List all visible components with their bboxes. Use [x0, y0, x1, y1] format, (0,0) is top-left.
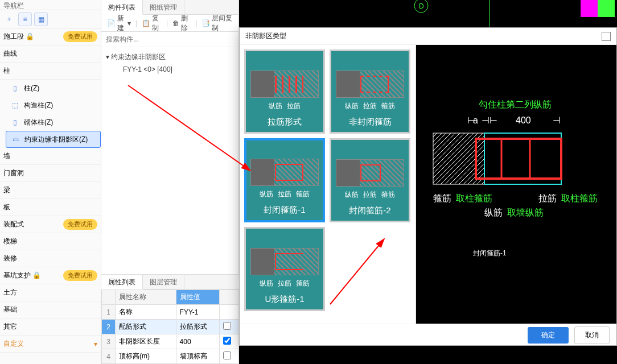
svg-text:取墙纵筋: 取墙纵筋 [507, 208, 544, 217]
svg-text:取柱箍筋: 取柱箍筋 [561, 193, 598, 203]
svg-text:400: 400 [516, 115, 531, 125]
nav-item-found[interactable]: 基础 [0, 301, 101, 318]
nav-item-beam[interactable]: 梁 [0, 182, 101, 199]
column-icon: ⬚ [10, 101, 19, 110]
nav-item-column[interactable]: 柱 [0, 63, 101, 80]
nav-item-earth[interactable]: 土方 [0, 284, 101, 301]
svg-rect-3 [581, 0, 598, 17]
property-panel: 属性列表 图层管理 属性名称属性值 1名称FYY-1 2配筋形式拉筋形式 3非阴… [101, 274, 239, 364]
svg-text:箍筋: 箍筋 [433, 193, 451, 203]
tree-leaf[interactable]: FYY-1 <0> [400] [106, 64, 234, 75]
list-icon[interactable]: ≡ [18, 13, 32, 26]
nav-sub-col-qt[interactable]: ▯砌体柱(Z) [6, 114, 101, 131]
nav-item-construction[interactable]: 施工段 🔒 免费试用 [0, 28, 101, 46]
nav-item-door[interactable]: 门窗洞 [0, 165, 101, 182]
nav-column-children: ▯柱(Z) ⬚构造柱(Z) ▯砌体柱(Z) ▭约束边缘非阴影区(Z) [0, 80, 101, 148]
component-tree: ▾ 约束边缘非阴影区 FYY-1 <0> [400] [101, 47, 238, 78]
svg-text:封闭箍筋-1: 封闭箍筋-1 [473, 249, 507, 257]
nav-item-wall[interactable]: 墙 [0, 148, 101, 165]
tab-attributes[interactable]: 属性列表 [101, 275, 143, 289]
nav-item-axis[interactable]: 曲线 [0, 46, 101, 63]
checkbox[interactable] [223, 351, 231, 359]
type-card[interactable]: 纵筋拉筋箍筋 U形箍筋-1 [244, 227, 325, 311]
type-card-grid: 纵筋拉筋 拉筋形式 纵筋拉筋箍筋 非封闭箍筋 纵筋拉筋箍筋 封闭箍筋-1 纵筋拉… [240, 45, 416, 324]
svg-rect-13 [476, 139, 561, 179]
nav-title: 导航栏 [0, 0, 101, 10]
type-card[interactable]: 纵筋拉筋箍筋 非封闭箍筋 [330, 49, 410, 134]
layer-copy-button[interactable]: 📑层间复制 [199, 13, 235, 34]
svg-text:纵筋: 纵筋 [484, 208, 503, 217]
type-card-selected[interactable]: 纵筋拉筋箍筋 封闭箍筋-1 [244, 138, 325, 222]
nav-item-pit[interactable]: 基坑支护 🔒免费试用 [0, 267, 101, 284]
new-button[interactable]: 📄新建 ▾ [105, 13, 133, 34]
preview-pane: 勾住柱第二列纵筋 ⊢a⊣⊢ 400⊣ 箍筋 取柱箍筋 拉筋 取柱箍筋 纵筋 取墙… [416, 45, 616, 324]
type-dialog: 非阴影区类型 纵筋拉筋 拉筋形式 纵筋拉筋箍筋 非封闭箍筋 纵筋拉筋箍筋 封闭箍… [239, 27, 617, 346]
svg-text:取柱箍筋: 取柱箍筋 [456, 193, 492, 203]
prop-tabs: 属性列表 图层管理 [101, 275, 239, 289]
nav-sub-col-gz[interactable]: ⬚构造柱(Z) [6, 97, 101, 114]
svg-text:D: D [419, 2, 424, 10]
nav-item-custom[interactable]: 自定义▾ [0, 336, 101, 353]
component-toolbar: 📄新建 ▾| 📋复制| 🗑删除| 📑层间复制 [101, 15, 238, 32]
col-val: 属性值 [176, 290, 220, 305]
delete-button[interactable]: 🗑删除 [170, 13, 193, 34]
table-row[interactable]: 2配筋形式拉筋形式 [102, 320, 239, 334]
nav-item-slab[interactable]: 板 [0, 199, 101, 216]
svg-text:勾住柱第二列纵筋: 勾住柱第二列纵筋 [479, 100, 552, 109]
svg-text:⊣: ⊣ [553, 115, 561, 125]
svg-text:⊣⊢: ⊣⊢ [482, 115, 497, 125]
table-row[interactable]: 1名称FYY-1 [102, 305, 239, 320]
dialog-titlebar: 非阴影区类型 [240, 28, 616, 45]
svg-text:a: a [473, 115, 478, 125]
nav-sub-col-ys[interactable]: ▭约束边缘非阴影区(Z) [6, 131, 101, 148]
nav-panel: 导航栏 ＋ ≡ ▦ 施工段 🔒 免费试用 曲线 柱 ▯柱(Z) ⬚构造柱(Z) … [0, 0, 101, 364]
svg-text:拉筋: 拉筋 [538, 193, 557, 203]
tree-root[interactable]: ▾ 约束边缘非阴影区 [106, 51, 234, 64]
cancel-button[interactable]: 取消 [574, 326, 610, 344]
lock-icon: 🔒 [26, 32, 34, 40]
checkbox[interactable] [223, 337, 231, 345]
trial-badge: 免费试用 [63, 31, 97, 42]
search-input[interactable] [101, 32, 238, 47]
type-card[interactable]: 纵筋拉筋箍筋 封闭箍筋-2 [330, 138, 410, 222]
svg-rect-12 [484, 133, 561, 184]
table-row[interactable]: 3非阴影区长度400 [102, 334, 239, 349]
col-name: 属性名称 [116, 290, 176, 305]
property-table: 属性名称属性值 1名称FYY-1 2配筋形式拉筋形式 3非阴影区长度400 4顶… [101, 289, 239, 364]
constraint-icon: ▭ [11, 135, 20, 144]
dialog-footer: 确定 取消 [240, 324, 616, 346]
nav-item-other[interactable]: 其它 [0, 318, 101, 336]
copy-button[interactable]: 📋复制 [139, 13, 164, 34]
column-icon: ▯ [10, 84, 19, 93]
nav-sub-col-z[interactable]: ▯柱(Z) [6, 80, 101, 97]
nav-toolbar: ＋ ≡ ▦ [0, 10, 101, 28]
type-card[interactable]: 纵筋拉筋 拉筋形式 [244, 49, 325, 134]
add-icon[interactable]: ＋ [2, 13, 16, 26]
close-icon[interactable] [602, 32, 611, 41]
nav-item-assembly[interactable]: 装配式免费试用 [0, 216, 101, 233]
dialog-title: 非阴影区类型 [245, 31, 286, 41]
grid-icon[interactable]: ▦ [34, 13, 48, 26]
table-row[interactable]: 4顶标高(m)墙顶标高 [102, 349, 239, 364]
nav-item-deco[interactable]: 装修 [0, 250, 101, 267]
column-icon: ▯ [10, 118, 19, 127]
tab-layers[interactable]: 图层管理 [143, 275, 184, 289]
ok-button[interactable]: 确定 [528, 327, 569, 344]
nav-item-stair[interactable]: 楼梯 [0, 233, 101, 250]
checkbox[interactable] [223, 322, 231, 330]
canvas-fragment: D [239, 0, 617, 27]
chevron-down-icon: ▾ [94, 340, 97, 348]
svg-rect-4 [598, 0, 615, 17]
preview-svg: 勾住柱第二列纵筋 ⊢a⊣⊢ 400⊣ 箍筋 取柱箍筋 拉筋 取柱箍筋 纵筋 取墙… [416, 45, 615, 324]
